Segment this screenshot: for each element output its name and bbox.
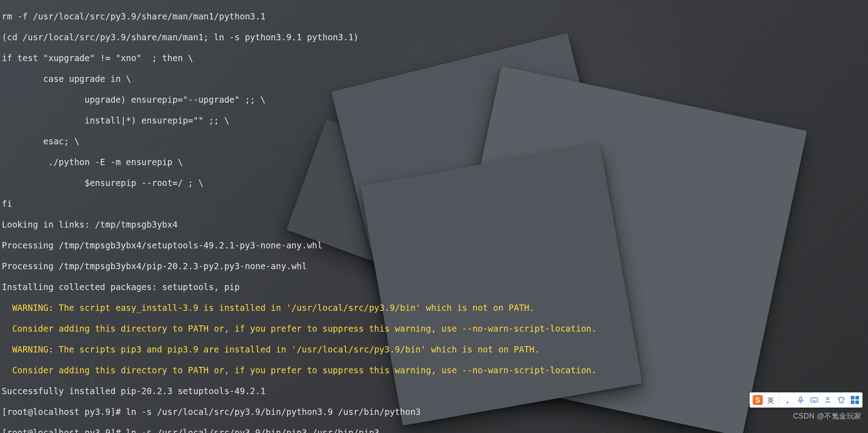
terminal-line: ./python -E -m ensurepip \ [2, 157, 866, 167]
terminal-warning: Consider adding this directory to PATH o… [2, 365, 866, 376]
skin-icon[interactable] [837, 395, 846, 404]
keyboard-icon[interactable] [810, 395, 819, 404]
ime-punctuation-indicator[interactable]: ， [783, 395, 792, 405]
terminal-line: install|*) ensurepip="" ;; \ [2, 115, 866, 126]
svg-point-2 [826, 397, 829, 400]
ime-toolbar[interactable]: S 英 ， [750, 392, 863, 408]
sogou-logo-icon[interactable]: S [753, 395, 763, 405]
terminal[interactable]: rm -f /usr/local/src/py3.9/share/man/man… [0, 0, 868, 433]
terminal-line: esac; \ [2, 136, 866, 147]
terminal-warning: WARNING: The scripts pip3 and pip3.9 are… [2, 344, 866, 355]
terminal-line: (cd /usr/local/src/py3.9/share/man/man1;… [2, 32, 866, 43]
terminal-line: Processing /tmp/tmpsgb3ybx4/pip-20.2.3-p… [2, 261, 866, 271]
terminal-line: $ensurepip --root=/ ; \ [2, 178, 866, 188]
microphone-icon[interactable] [796, 395, 805, 404]
person-icon[interactable] [823, 395, 832, 404]
terminal-line: [root@localhost py3.9]# ln -s /usr/local… [2, 407, 866, 417]
terminal-line: fi [2, 199, 866, 209]
terminal-line: Looking in links: /tmp/tmpsgb3ybx4 [2, 219, 866, 230]
terminal-line: Processing /tmp/tmpsgb3ybx4/setuptools-4… [2, 240, 866, 251]
toolbox-icon[interactable] [850, 395, 859, 404]
terminal-line: rm -f /usr/local/src/py3.9/share/man/man… [2, 11, 866, 22]
svg-rect-1 [811, 398, 818, 402]
separator [778, 396, 779, 404]
terminal-line: case upgrade in \ [2, 74, 866, 84]
ime-language-indicator[interactable]: 英 [767, 395, 774, 405]
terminal-line: [root@localhost py3.9]# ln -s /usr/local… [2, 428, 866, 433]
terminal-line: Installing collected packages: setuptool… [2, 282, 866, 292]
terminal-line: if test "xupgrade" != "xno" ; then \ [2, 53, 866, 63]
terminal-warning: Consider adding this directory to PATH o… [2, 324, 866, 334]
terminal-line: Successfully installed pip-20.2.3 setupt… [2, 386, 866, 396]
terminal-line: upgrade) ensurepip="--upgrade" ;; \ [2, 95, 866, 105]
svg-rect-0 [800, 397, 802, 400]
csdn-watermark: CSDN @不氪金玩家 [793, 411, 862, 421]
terminal-warning: WARNING: The script easy_install-3.9 is … [2, 303, 866, 313]
